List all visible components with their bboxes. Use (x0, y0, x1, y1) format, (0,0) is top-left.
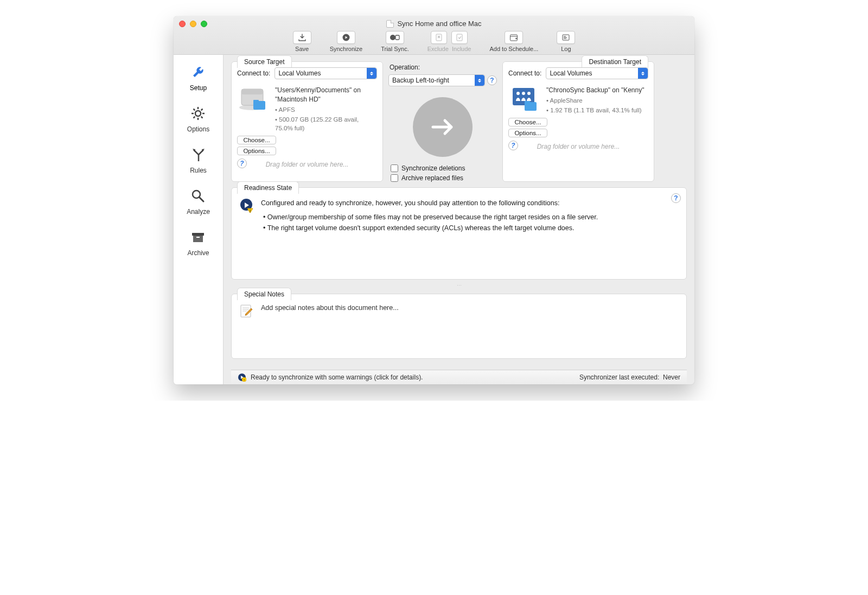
window-title: Sync Home and office Mac (397, 20, 481, 28)
sidebar-item-options[interactable]: Options (187, 104, 209, 133)
chevron-updown-icon (638, 68, 648, 79)
source-target-panel: Source Target Connect to: Local Volumes (231, 61, 383, 182)
save-tool[interactable]: Save (293, 31, 311, 52)
schedule-tool[interactable]: Add to Schedule... (489, 31, 538, 52)
last-executed-label: Synchronizer last executed: (579, 374, 659, 381)
wrench-icon (189, 62, 208, 82)
status-warning-icon: ! (239, 198, 254, 213)
svg-text:!: ! (250, 208, 251, 213)
special-notes-panel: Special Notes Add special notes about th… (231, 294, 687, 359)
log-icon (561, 34, 570, 41)
minimize-window-button[interactable] (190, 21, 196, 27)
arrow-right-icon (426, 111, 459, 143)
destination-target-panel: Destination Target Connect to: Local Vol… (502, 61, 654, 182)
svg-rect-14 (241, 89, 263, 94)
operation-panel: Operation: Backup Left-to-right ? Synchr… (388, 61, 497, 182)
help-icon[interactable]: ? (487, 75, 497, 85)
magnifier-icon (188, 186, 208, 206)
sync-deletions-checkbox[interactable]: Synchronize deletions (391, 164, 465, 172)
readiness-tab-label: Readiness State (237, 181, 299, 194)
sidebar-item-rules[interactable]: Rules (189, 145, 208, 174)
svg-point-19 (522, 92, 525, 95)
play-circle-icon (342, 33, 350, 42)
destination-size: 1.92 TB (1.1 TB avail, 43.1% full) (550, 107, 641, 113)
log-tool[interactable]: Log (557, 31, 575, 52)
status-bar: ! Ready to synchronize with some warning… (231, 370, 687, 384)
calendar-add-icon (509, 34, 518, 41)
destination-tab-label: Destination Target (582, 55, 648, 68)
toolbar: Save Synchronize Trial Sync. Exclude Inc… (179, 28, 689, 52)
svg-rect-9 (192, 233, 204, 236)
sidebar-item-analyze[interactable]: Analyze (187, 186, 210, 216)
document-icon (386, 20, 394, 28)
svg-rect-22 (525, 101, 530, 103)
archive-replaced-checkbox[interactable]: Archive replaced files (391, 174, 465, 182)
zoom-window-button[interactable] (201, 21, 207, 27)
sidebar: Setup Options Rules Analyze (174, 55, 224, 384)
source-choose-button[interactable]: Choose... (237, 136, 276, 144)
svg-rect-16 (253, 100, 259, 102)
exclude-include-group: Exclude Include (427, 31, 471, 52)
synchronize-tool[interactable]: Synchronize (330, 31, 363, 52)
notes-tab-label: Special Notes (237, 288, 291, 300)
svg-rect-3 (436, 34, 442, 41)
source-connect-select[interactable]: Local Volumes (275, 67, 377, 79)
sidebar-item-archive[interactable]: Archive (187, 227, 209, 257)
trial-sync-tool[interactable]: Trial Sync. (381, 31, 409, 52)
note-edit-icon (239, 304, 254, 319)
help-icon[interactable]: ? (671, 193, 681, 203)
svg-rect-2 (395, 35, 399, 40)
status-icon: ! (238, 373, 246, 382)
svg-point-1 (390, 35, 395, 40)
disk-folder-icon (237, 86, 270, 114)
destination-options-button[interactable]: Options... (508, 129, 547, 137)
gear-icon (188, 104, 208, 123)
chevron-updown-icon (475, 75, 484, 86)
operation-label: Operation: (390, 64, 420, 71)
source-path: "Users/Kenny/Documents" on "Macintosh HD… (275, 86, 377, 104)
direction-indicator (413, 97, 473, 157)
readiness-panel: Readiness State ? ! Configured and ready… (231, 187, 687, 280)
chevron-updown-icon (367, 68, 376, 79)
svg-point-18 (516, 92, 520, 95)
last-executed-value: Never (663, 374, 680, 381)
network-folder-icon (508, 86, 541, 114)
source-filesystem: APFS (279, 106, 295, 113)
svg-rect-21 (525, 102, 537, 111)
readiness-condition-2: The right target volume doesn't support … (263, 223, 598, 233)
source-size: 500.07 GB (125.22 GB avail, 75.0% full) (275, 116, 359, 131)
readiness-condition-1: Owner/group membership of some files may… (263, 212, 598, 223)
titlebar: Sync Home and office Mac Save Synchroniz… (174, 16, 694, 55)
help-icon[interactable]: ? (508, 141, 518, 150)
source-connect-label: Connect to: (237, 69, 270, 77)
trial-icon (390, 34, 400, 41)
svg-rect-4 (457, 34, 462, 41)
svg-rect-10 (193, 236, 203, 242)
close-window-button[interactable] (179, 21, 186, 27)
download-icon (298, 34, 307, 41)
destination-connect-select[interactable]: Local Volumes (546, 67, 648, 79)
help-icon[interactable]: ? (237, 159, 247, 168)
svg-rect-15 (253, 101, 265, 110)
notes-textarea[interactable]: Add special notes about this document he… (261, 304, 399, 312)
sidebar-item-setup[interactable]: Setup (189, 62, 208, 92)
include-icon (456, 34, 463, 41)
destination-filesystem: AppleShare (550, 97, 583, 104)
operation-select[interactable]: Backup Left-to-right (388, 74, 485, 86)
svg-point-20 (527, 92, 531, 95)
app-window: Sync Home and office Mac Save Synchroniz… (174, 16, 694, 384)
readiness-summary: Configured and ready to synchronize, how… (261, 198, 598, 208)
destination-choose-button[interactable]: Choose... (508, 118, 547, 126)
exclude-icon (435, 34, 443, 41)
window-controls (179, 21, 207, 27)
destination-path: "ChronoSync Backup" on "Kenny" (546, 86, 644, 95)
destination-connect-label: Connect to: (508, 69, 541, 77)
branch-icon (189, 145, 208, 164)
destination-drag-hint: Drag folder or volume here... (537, 143, 620, 150)
resize-grip[interactable]: ⋯ (231, 283, 687, 288)
include-button (451, 31, 468, 44)
status-text[interactable]: Ready to synchronize with some warnings … (251, 374, 423, 381)
source-drag-hint: Drag folder or volume here... (266, 161, 349, 168)
source-tab-label: Source Target (237, 55, 292, 68)
source-options-button[interactable]: Options... (237, 147, 276, 155)
